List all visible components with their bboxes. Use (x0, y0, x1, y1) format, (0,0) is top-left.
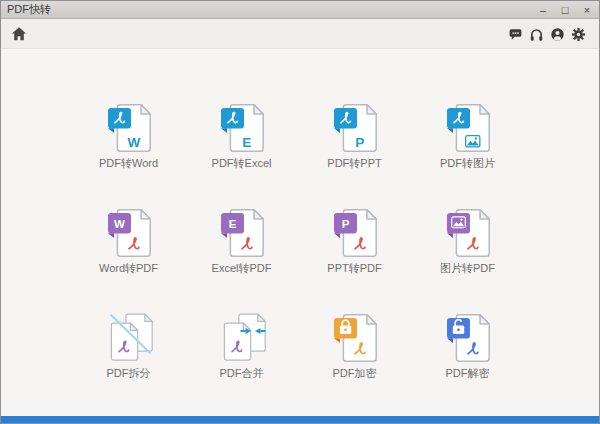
grid-item-pdf-merge[interactable]: PDF合并 (185, 311, 298, 416)
grid-item-label: PDF加密 (333, 366, 377, 381)
pdf-to-word-icon: W (105, 101, 153, 155)
grid-item-label: PDF转Excel (212, 156, 272, 171)
window-controls: – □ × (537, 1, 593, 19)
svg-text:P: P (355, 135, 364, 150)
grid-item-label: 图片转PDF (440, 261, 495, 276)
grid-item-label: Excel转PDF (212, 261, 272, 276)
title-bar: PDF快转 – □ × (1, 1, 599, 19)
close-button[interactable]: × (581, 1, 593, 19)
pdf-merge-icon (218, 311, 266, 365)
svg-text:E: E (242, 135, 251, 150)
home-icon (11, 26, 27, 42)
grid-item-pdf-encrypt[interactable]: PDF加密 (298, 311, 411, 416)
app-window: PDF快转 – □ × (0, 0, 600, 424)
grid-item-pdf-split[interactable]: PDF拆分 (72, 311, 185, 416)
window-title: PDF快转 (1, 2, 51, 17)
grid-item-label: PDF拆分 (107, 366, 151, 381)
home-button[interactable] (11, 26, 27, 42)
grid-item-pdf-to-ppt[interactable]: P PDF转PPT (298, 101, 411, 206)
pdf-to-image-icon (444, 101, 492, 155)
grid-item-pdf-decrypt[interactable]: PDF解密 (411, 311, 524, 416)
grid-item-ppt-to-pdf[interactable]: P PPT转PDF (298, 206, 411, 311)
svg-text:W: W (114, 218, 125, 230)
grid-item-image-to-pdf[interactable]: 图片转PDF (411, 206, 524, 311)
grid-item-pdf-to-image[interactable]: PDF转图片 (411, 101, 524, 206)
grid-item-label: Word转PDF (99, 261, 158, 276)
toolbar-right-icons (508, 27, 586, 42)
minimize-button[interactable]: – (537, 1, 549, 19)
excel-to-pdf-icon: E (218, 206, 266, 260)
account-icon[interactable] (550, 27, 565, 42)
gear-icon[interactable] (571, 27, 586, 42)
image-to-pdf-icon (444, 206, 492, 260)
word-to-pdf-icon: W (105, 206, 153, 260)
ppt-to-pdf-icon: P (331, 206, 379, 260)
grid-item-pdf-to-word[interactable]: W PDF转Word (72, 101, 185, 206)
pdf-to-ppt-icon: P (331, 101, 379, 155)
pdf-encrypt-icon (331, 311, 379, 365)
grid-item-label: PPT转PDF (327, 261, 381, 276)
grid-item-label: PDF转Word (99, 156, 158, 171)
maximize-button[interactable]: □ (559, 1, 571, 19)
svg-text:P: P (341, 218, 349, 230)
conversion-grid: W PDF转Word E PDF转Excel P PD (72, 101, 524, 416)
grid-item-word-to-pdf[interactable]: W Word转PDF (72, 206, 185, 311)
pdf-to-excel-icon: E (218, 101, 266, 155)
grid-item-label: PDF转PPT (327, 156, 381, 171)
grid-item-label: PDF转图片 (440, 156, 495, 171)
grid-item-excel-to-pdf[interactable]: E Excel转PDF (185, 206, 298, 311)
grid-item-label: PDF合并 (220, 366, 264, 381)
grid-item-pdf-to-excel[interactable]: E PDF转Excel (185, 101, 298, 206)
svg-text:E: E (228, 218, 236, 230)
bottom-accent-bar (1, 416, 599, 423)
grid-item-label: PDF解密 (446, 366, 490, 381)
toolbar (1, 19, 599, 49)
pdf-decrypt-icon (444, 311, 492, 365)
headset-icon[interactable] (529, 27, 544, 42)
message-icon[interactable] (508, 27, 523, 42)
svg-text:W: W (127, 135, 140, 150)
pdf-split-icon (105, 311, 153, 365)
